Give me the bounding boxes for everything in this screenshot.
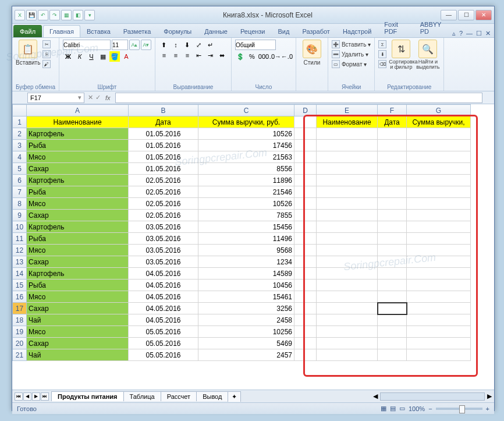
formula-bar[interactable] (115, 93, 482, 103)
tab-home[interactable]: Главная (43, 25, 80, 37)
cell[interactable] (317, 338, 378, 349)
wnd-min-icon[interactable]: — (466, 30, 473, 37)
tab-addins[interactable]: Надстрой (336, 25, 378, 37)
cell[interactable] (407, 163, 471, 175)
col-header[interactable]: D (294, 105, 317, 116)
cell[interactable] (294, 338, 317, 349)
cell[interactable] (294, 175, 317, 186)
dec-decimal-icon[interactable]: ←.0 (282, 51, 292, 62)
cell[interactable] (378, 268, 407, 280)
align-right-icon[interactable]: ≡ (182, 50, 193, 61)
worksheet[interactable]: ABCDEFG1 Наименование Дата Сумма выручки… (12, 104, 494, 390)
cell[interactable] (317, 256, 378, 268)
styles-button[interactable]: 🎨 Стили (300, 40, 324, 66)
cell[interactable]: Мясо (27, 245, 129, 256)
cell[interactable]: 01.05.2016 (129, 140, 198, 151)
cell[interactable]: 01.05.2016 (129, 151, 198, 163)
bold-button[interactable]: Ж (63, 51, 73, 62)
col-header[interactable]: G (407, 105, 471, 116)
tab-file[interactable]: Файл (13, 25, 42, 37)
cell[interactable]: 03.05.2016 (129, 245, 198, 256)
cell[interactable]: 21546 (198, 186, 294, 198)
row-header[interactable]: 9 (13, 210, 27, 221)
cell[interactable]: 03.05.2016 (129, 256, 198, 268)
maximize-button[interactable]: ☐ (458, 10, 474, 20)
cell[interactable] (407, 233, 471, 245)
zoom-level[interactable]: 100% (409, 405, 425, 412)
redo-icon[interactable]: ↷ (49, 10, 60, 20)
cell[interactable] (378, 314, 407, 326)
cell[interactable] (378, 198, 407, 210)
cell[interactable] (378, 151, 407, 163)
cell[interactable]: 9568 (198, 245, 294, 256)
cell[interactable]: 15461 (198, 291, 294, 303)
cell[interactable]: 01.05.2016 (129, 128, 198, 140)
cell[interactable] (378, 303, 407, 314)
cell[interactable] (294, 128, 317, 140)
cell[interactable] (407, 268, 471, 280)
align-middle-icon[interactable]: ↕ (171, 40, 181, 50)
merge-icon[interactable]: ⬌ (217, 50, 228, 61)
comma-icon[interactable]: 000 (258, 51, 269, 62)
font-size-select[interactable] (112, 40, 128, 50)
cell[interactable]: 1234 (198, 256, 294, 268)
cell[interactable] (294, 326, 317, 338)
row-header[interactable]: 11 (13, 233, 27, 245)
align-bottom-icon[interactable]: ⬇ (182, 40, 193, 50)
cell[interactable]: Сахар (27, 210, 129, 221)
cell[interactable]: 8556 (198, 163, 294, 175)
cell[interactable] (294, 245, 317, 256)
cell[interactable]: 03.05.2016 (129, 233, 198, 245)
cell[interactable] (378, 128, 407, 140)
sort-filter-button[interactable]: ⇅ Сортировка и фильтр (389, 40, 413, 70)
row-header[interactable]: 16 (13, 291, 27, 303)
sheet-tab[interactable]: Рассчет (161, 391, 197, 401)
grow-font-icon[interactable]: A▴ (129, 40, 140, 50)
cell[interactable] (317, 245, 378, 256)
cell[interactable] (317, 314, 378, 326)
row-header[interactable]: 2 (13, 128, 27, 140)
cell[interactable] (294, 186, 317, 198)
cell[interactable] (378, 338, 407, 349)
cell[interactable] (378, 349, 407, 361)
cell[interactable]: 02.05.2016 (129, 198, 198, 210)
border-button[interactable]: ▦ (98, 51, 108, 62)
qat-item-icon[interactable]: ▦ (61, 10, 72, 20)
save-icon[interactable]: 💾 (26, 10, 37, 20)
cell[interactable]: Рыба (27, 233, 129, 245)
row-header[interactable]: 15 (13, 280, 27, 291)
cell[interactable] (407, 291, 471, 303)
cell[interactable]: 17456 (198, 140, 294, 151)
find-select-button[interactable]: 🔍 Найти и выделить (416, 40, 440, 70)
cell[interactable]: 11496 (198, 233, 294, 245)
cell[interactable]: Рыба (27, 280, 129, 291)
cell[interactable]: 21563 (198, 151, 294, 163)
cell[interactable]: 04.05.2016 (129, 291, 198, 303)
row-header[interactable]: 19 (13, 326, 27, 338)
wnd-close-icon[interactable]: ✕ (485, 30, 491, 37)
cell[interactable]: Мясо (27, 198, 129, 210)
font-color-button[interactable]: A (121, 51, 132, 62)
row-header[interactable]: 3 (13, 140, 27, 151)
cell[interactable] (294, 221, 317, 233)
undo-icon[interactable]: ↶ (38, 10, 48, 20)
delete-cells-button[interactable]: ➖Удалить ▾ (332, 49, 371, 59)
cell[interactable] (317, 151, 378, 163)
view-layout-icon[interactable]: ▤ (390, 405, 396, 412)
cell[interactable]: Сумма выручки, руб. (198, 116, 294, 128)
cell[interactable]: 04.05.2016 (129, 314, 198, 326)
cell[interactable] (407, 198, 471, 210)
cell[interactable]: Рыба (27, 140, 129, 151)
cell[interactable] (407, 186, 471, 198)
cell[interactable]: 05.05.2016 (129, 349, 198, 361)
cell[interactable] (317, 221, 378, 233)
cell[interactable]: 01.05.2016 (129, 163, 198, 175)
row-header[interactable]: 7 (13, 186, 27, 198)
row-header[interactable]: 14 (13, 268, 27, 280)
cell[interactable]: 04.05.2016 (129, 303, 198, 314)
zoom-out-icon[interactable]: − (428, 405, 432, 412)
cell[interactable]: 05.05.2016 (129, 338, 198, 349)
tab-prev-icon[interactable]: ◀ (23, 392, 31, 401)
cell[interactable] (317, 140, 378, 151)
tab-foxit[interactable]: Foxit PDF (378, 18, 413, 37)
